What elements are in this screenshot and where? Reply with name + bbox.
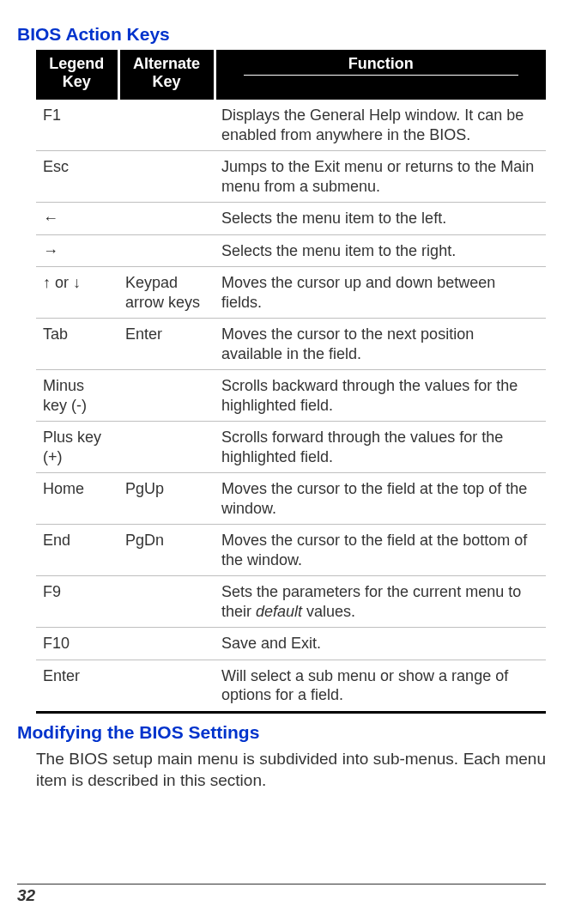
cell-alt (118, 628, 215, 660)
cell-legend: → (36, 234, 118, 267)
cell-alt: PgUp (118, 473, 215, 525)
table-row: Esc Jumps to the Exit menu or returns to… (36, 151, 546, 203)
cell-legend: Home (36, 473, 118, 525)
table-row: F9 Sets the parameters for the current m… (36, 576, 546, 628)
section-heading-bios-action-keys: BIOS Action Keys (17, 24, 546, 45)
table-row: Enter Will select a sub menu or show a r… (36, 660, 546, 712)
table-row: Home PgUp Moves the cursor to the field … (36, 473, 546, 525)
cell-alt: PgDn (118, 525, 215, 576)
table-header-row: Legend Key Alternate Key Function (36, 50, 546, 100)
cell-alt (118, 234, 215, 267)
cell-alt: Enter (118, 319, 215, 370)
table-row: Tab Enter Moves the cursor to the next p… (36, 319, 546, 370)
table-row: F10 Save and Exit. (36, 628, 546, 660)
cell-legend: Tab (36, 319, 118, 370)
section-heading-modifying-bios: Modifying the BIOS Settings (17, 722, 546, 743)
cell-function: Sets the parameters for the current menu… (215, 576, 546, 628)
cell-alt (118, 100, 215, 151)
table-row: Plus key (+) Scrolls forward through the… (36, 422, 546, 473)
table-row: ↑ or ↓ Keypad arrow keys Moves the curso… (36, 267, 546, 319)
cell-legend: ↑ or ↓ (36, 267, 118, 319)
cell-function: Moves the cursor to the next position av… (215, 319, 546, 370)
table-header-alt: Alternate Key (118, 50, 215, 100)
cell-function: Scrolls backward through the values for … (215, 370, 546, 422)
cell-alt (118, 151, 215, 203)
cell-function: Will select a sub menu or show a range o… (215, 660, 546, 712)
cell-function: Moves the cursor to the field at the top… (215, 473, 546, 525)
cell-function: Moves the cursor to the field at the bot… (215, 525, 546, 576)
bios-action-keys-table: Legend Key Alternate Key Function F1 Dis… (36, 50, 546, 714)
cell-alt (118, 370, 215, 422)
table-row: → Selects the menu item to the right. (36, 234, 546, 267)
table-row: Minus key (-) Scrolls backward through t… (36, 370, 546, 422)
cell-legend: F1 (36, 100, 118, 151)
cell-function: Moves the cursor up and down between fie… (215, 267, 546, 319)
table-row: ← Selects the menu item to the left. (36, 203, 546, 235)
cell-alt (118, 576, 215, 628)
cell-legend: F9 (36, 576, 118, 628)
cell-function: Save and Exit. (215, 628, 546, 660)
cell-legend: Esc (36, 151, 118, 203)
cell-alt (118, 203, 215, 235)
cell-alt: Keypad arrow keys (118, 267, 215, 319)
cell-legend: ← (36, 203, 118, 235)
cell-legend: Minus key (-) (36, 370, 118, 422)
cell-function: Jumps to the Exit menu or returns to the… (215, 151, 546, 203)
cell-legend: End (36, 525, 118, 576)
table-row: End PgDn Moves the cursor to the field a… (36, 525, 546, 576)
cell-function: Selects the menu item to the left. (215, 203, 546, 235)
table-row: F1 Displays the General Help window. It … (36, 100, 546, 151)
table-header-legend: Legend Key (36, 50, 118, 100)
cell-function: Selects the menu item to the right. (215, 234, 546, 267)
cell-alt (118, 660, 215, 712)
cell-legend: Plus key (+) (36, 422, 118, 473)
cell-alt (118, 422, 215, 473)
table-header-function: Function (215, 50, 546, 100)
cell-legend: F10 (36, 628, 118, 660)
body-paragraph: The BIOS setup main menu is subdivided i… (36, 748, 546, 792)
page-number: 32 (17, 884, 546, 905)
cell-function: Scrolls forward through the values for t… (215, 422, 546, 473)
cell-function: Displays the General Help window. It can… (215, 100, 546, 151)
cell-legend: Enter (36, 660, 118, 712)
